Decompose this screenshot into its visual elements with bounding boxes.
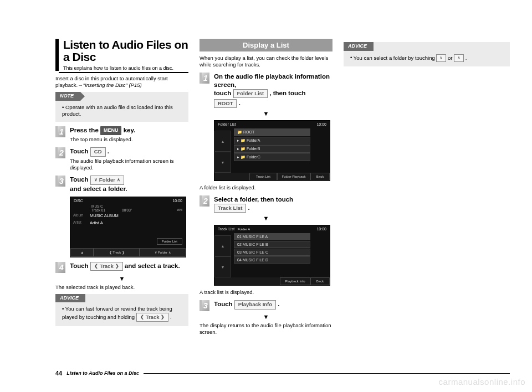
column-3: ADVICE You can select a folder by touchi… [344,39,510,339]
step4-result: The selected track is played back. [55,284,188,291]
sc2-up-icon: ▲ [214,131,231,152]
title-block: Listen to Audio Files on a Disc This exp… [55,39,188,71]
flow-arrow-icon: ▼ [200,215,332,221]
track-list-screen: Track List Folder A10:00 ▲▼ 01 MUSIC FIL… [214,225,330,286]
intro-link: "Inserting the Disc" (P15) [83,82,142,88]
sc2-row-root: 📁 ROOT [234,128,310,136]
watermark: carmanualsonline.info [439,377,525,386]
page-footer: 44 Listen to Audio Files on a Disc [55,370,510,376]
step2-text-b: . [106,148,109,155]
sc2-row: ▸ 📁 FolderC [234,153,310,161]
sc1-album-val: MUSIC ALBUM [90,212,119,219]
up-icon-button: ∧ [454,54,464,62]
sc2-tab-back: Back [310,173,330,180]
advice1-b: . [168,313,171,319]
advice2-a: You can select a folder by touching [354,54,437,60]
advice-box-2: ADVICE You can select a folder by touchi… [344,42,510,66]
sc3-clock: 10:00 [316,227,326,231]
step1-text-b: key. [121,127,135,133]
sc1-foot-track: ❮ Track ❯ [94,248,140,257]
step1-text-a: Press the [70,127,100,133]
sc2-tab-folderplay: Folder Playback [277,173,310,180]
sc3-r3: 03 MUSIC FILE C [234,249,310,256]
sc1-disc-label: DISC [74,199,83,203]
c2s1-c: . [237,100,240,106]
track-list-button: Track List [214,204,246,213]
c2s1-a: touch [214,90,233,96]
step-number-4: 4 [55,262,65,273]
sc1-artist-val: Artist A [90,219,103,226]
step-number-2: 2 [55,147,65,158]
sc3-tab-playback: Playback Info [280,277,310,285]
col2-intro: When you display a list, you can check t… [200,55,332,68]
playback-info-button: Playback Info [234,300,276,309]
c2-step-number-1: 1 [200,73,209,84]
sc3-title: Track List [218,227,234,231]
chevron-left-icon: ❮ [140,314,144,320]
sc3-down-icon: ▼ [214,256,231,277]
step-number-3: 3 [55,176,65,187]
sc3-r4: 04 MUSIC FILE D [234,256,310,264]
c2-result: The display returns to the audio file pl… [200,322,332,336]
step-4: 4 Touch ❮Track❯ and select a track. [55,262,188,273]
c2-step-2: 2 Select a folder, then touch Track List… [200,195,332,213]
intro-text: Insert a disc in this product to automat… [55,75,188,89]
c2s1-b: , then touch [268,90,305,96]
sc2-title: Folder List [218,122,236,126]
sc2-tab-tracklist: Track List [249,173,277,180]
track-nav-button: ❮Track❯ [90,262,123,271]
sc3-sub: Folder A [238,228,250,231]
note-box: NOTE Operate with an audio file disc loa… [55,92,188,122]
playback-screen: DISC 10:00 MUSIC Track 0100'03"MP3 Album… [70,197,186,257]
flow-arrow-icon: ▼ [200,313,332,320]
c2s3-b: . [276,301,279,308]
c2s2-b: . [246,204,249,211]
step2-text-a: Touch [70,148,90,155]
track-hold-button: ❮Track❯ [136,313,169,322]
sc2-row: ▸ 📁 FolderA [234,137,310,145]
sc1-music: MUSIC [91,204,182,208]
note-item: Operate with an audio file disc loaded i… [62,104,184,118]
sc1-fmt: MP3 [177,208,182,212]
cd-button: CD [90,147,106,156]
c2s2-a: Select a folder, then touch [214,196,293,203]
sc1-folderlist-btn: Folder List [157,238,182,245]
folder-nav-button: ∨Folder∧ [90,176,124,184]
step-number-1: 1 [55,126,65,137]
c2-step-1: 1 On the audio file playback information… [200,73,332,109]
sc2-r3: FolderC [247,155,260,159]
sc3-tab-back: Back [310,277,330,285]
step4-text-a: Touch [70,262,90,269]
advice-label-2: ADVICE [344,42,374,51]
sc2-r2: FolderB [247,147,260,151]
sc1-foot-up: ▲ [70,248,94,257]
step4-text-b: and select a track. [123,262,180,269]
step1-sub: The top menu is displayed. [70,136,188,143]
column-1: Listen to Audio Files on a Disc This exp… [55,39,188,339]
sc1-clock: 10:00 [172,199,182,203]
sc1-track: Track 01 [91,208,105,212]
step2-sub: The audio file playback information scre… [70,158,188,172]
c2-step-3: 3 Touch Playback Info . [200,300,332,311]
footer-rule [144,373,510,374]
sc2-r1: FolderA [247,138,260,142]
root-button: ROOT [214,99,237,108]
chevron-right-icon: ❯ [115,264,119,269]
c2-step-number-3: 3 [200,300,209,311]
column-2: Display a List When you display a list, … [200,39,332,339]
advice1-item: You can fast forward or rewind the track… [62,306,184,322]
sc1-time: 00'03" [122,208,132,212]
advice2-b: or [446,54,454,60]
c2s1-line1: On the audio file playback information s… [214,73,332,89]
step3-text-a: Touch [70,177,90,183]
advice1-btn-label: Track [146,314,160,321]
chevron-down-icon: ∨ [94,177,98,183]
folder-list-button: Folder List [233,89,268,98]
sc1-foot-folder: ∨ Folder ∧ [140,248,186,257]
sc2-clock: 10:00 [316,122,326,126]
step-1: 1 Press the MENU key. The top menu is di… [55,126,188,143]
advice-box-1: ADVICE You can fast forward or rewind th… [55,294,188,326]
note-label: NOTE [55,92,80,101]
section-heading: Display a List [200,39,332,51]
chevron-right-icon: ❯ [161,314,165,320]
